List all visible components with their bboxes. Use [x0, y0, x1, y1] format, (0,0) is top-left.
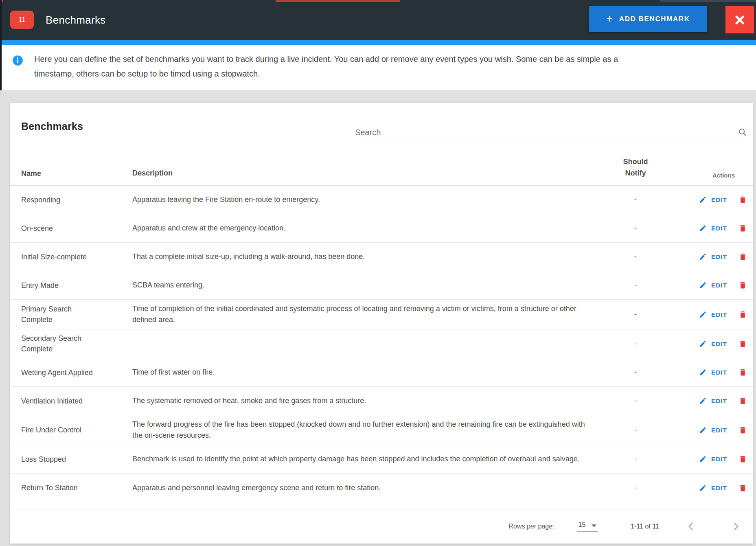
trash-icon [738, 195, 747, 204]
should-notify-value: - [603, 455, 668, 463]
pencil-icon [699, 253, 707, 261]
benchmark-name: On-scene [21, 223, 101, 234]
edit-button[interactable]: EDIT [699, 196, 727, 204]
add-benchmark-label: ADD BENCHMARK [619, 15, 690, 23]
benchmark-name: Loss Stopped [21, 454, 101, 465]
column-header-description: Description [132, 168, 603, 179]
rows-per-page-select[interactable]: 15 [577, 521, 598, 532]
delete-button[interactable] [738, 484, 747, 492]
row-actions: EDIT [668, 455, 747, 463]
edit-label: EDIT [711, 456, 727, 463]
close-modal-button[interactable] [725, 6, 754, 33]
pencil-icon [699, 224, 707, 232]
edit-button[interactable]: EDIT [699, 455, 727, 463]
pencil-icon [699, 281, 707, 289]
benchmark-name: Responding [21, 195, 101, 205]
pencil-icon [699, 196, 707, 204]
edit-button[interactable]: EDIT [699, 397, 727, 405]
modal-left-shadow [0, 0, 2, 90]
delete-button[interactable] [738, 252, 747, 261]
add-benchmark-button[interactable]: + ADD BENCHMARK [589, 6, 707, 32]
previous-page-button[interactable] [686, 521, 696, 532]
should-notify-value: - [603, 224, 668, 232]
benchmark-description: The forward progress of the fire has bee… [132, 419, 603, 441]
row-actions: EDIT [668, 252, 747, 261]
table-row: Responding Apparatus leaving the Fire St… [10, 186, 753, 214]
trash-icon [738, 310, 747, 319]
modal-title: Benchmarks [46, 0, 106, 40]
caret-down-icon [592, 524, 596, 527]
table-row: Initial Size-complete That a complete in… [10, 243, 753, 271]
table-row: Secondary Search Complete - EDIT [10, 329, 753, 358]
banner-text: Here you can define the set of benchmark… [34, 52, 618, 81]
info-icon [12, 55, 23, 66]
delete-button[interactable] [738, 426, 747, 434]
modal-header: 11 Benchmarks + ADD BENCHMARK [0, 0, 756, 40]
trash-icon [738, 281, 747, 289]
edit-label: EDIT [711, 397, 727, 404]
should-notify-value: - [603, 310, 668, 319]
table-header-row: Name Description Should Notify Actions [10, 143, 753, 186]
accent-strip [0, 40, 756, 45]
next-page-button[interactable] [731, 521, 741, 532]
benchmark-description: Time of first water on fire. [132, 367, 603, 378]
plus-icon: + [606, 13, 613, 25]
delete-button[interactable] [738, 281, 747, 289]
benchmark-name: Ventilation Initiated [21, 396, 101, 406]
benchmark-description: Benchmark is used to identify the point … [132, 454, 603, 465]
search-input[interactable] [355, 125, 730, 140]
table-row: Return To Station Apparatus and personne… [10, 474, 753, 502]
should-notify-line1: Should [603, 156, 668, 167]
edit-button[interactable]: EDIT [699, 224, 727, 232]
edit-label: EDIT [711, 311, 727, 318]
trash-icon [738, 426, 747, 434]
search-icon[interactable] [738, 127, 747, 137]
row-actions: EDIT [668, 340, 747, 348]
pencil-icon [699, 455, 707, 463]
info-banner: Here you can define the set of benchmark… [0, 45, 756, 90]
table-row: Ventilation Initiated The systematic rem… [10, 387, 753, 415]
benchmark-description: Apparatus leaving the Fire Station en-ro… [132, 194, 603, 205]
trash-icon [738, 340, 747, 348]
row-actions: EDIT [668, 195, 747, 204]
edit-button[interactable]: EDIT [699, 281, 727, 289]
edit-label: EDIT [711, 485, 727, 491]
row-actions: EDIT [668, 484, 747, 492]
table-row: Primary Search Complete Time of completi… [10, 300, 753, 329]
should-notify-value: - [603, 195, 668, 204]
edit-button[interactable]: EDIT [699, 368, 727, 376]
delete-button[interactable] [738, 397, 747, 405]
delete-button[interactable] [738, 455, 747, 463]
pagination-footer: Rows per page: 15 1-11 of 11 [10, 509, 753, 544]
benchmarks-card: Benchmarks Name Description Should Notif… [10, 103, 753, 544]
rows-per-page-value: 15 [579, 521, 586, 528]
table-row: Fire Under Control The forward progress … [10, 415, 753, 445]
delete-button[interactable] [738, 340, 747, 348]
row-actions: EDIT [668, 426, 747, 434]
delete-button[interactable] [738, 310, 747, 319]
benchmark-count-badge: 11 [10, 11, 34, 29]
edit-button[interactable]: EDIT [699, 340, 727, 348]
banner-line-2: timestamp, others can be setup to be tim… [34, 66, 618, 81]
pencil-icon [699, 484, 707, 492]
background-gray-segment [660, 0, 756, 2]
trash-icon [738, 224, 747, 232]
delete-button[interactable] [738, 368, 747, 377]
benchmark-name: Return To Station [21, 482, 101, 493]
delete-button[interactable] [738, 195, 747, 204]
edit-button[interactable]: EDIT [699, 253, 727, 261]
benchmark-name: Primary Search Complete [21, 304, 101, 325]
edit-button[interactable]: EDIT [699, 426, 727, 434]
pencil-icon [699, 426, 707, 434]
trash-icon [738, 368, 747, 377]
edit-label: EDIT [711, 340, 727, 347]
edit-label: EDIT [711, 225, 727, 232]
row-actions: EDIT [668, 368, 747, 377]
delete-button[interactable] [738, 224, 747, 232]
edit-label: EDIT [711, 427, 727, 434]
should-notify-value: - [603, 281, 668, 289]
benchmark-name: Wetting Agent Applied [21, 367, 101, 378]
edit-button[interactable]: EDIT [699, 311, 727, 318]
edit-button[interactable]: EDIT [699, 484, 727, 492]
table-row: On-scene Apparatus and crew at the emerg… [10, 214, 753, 243]
